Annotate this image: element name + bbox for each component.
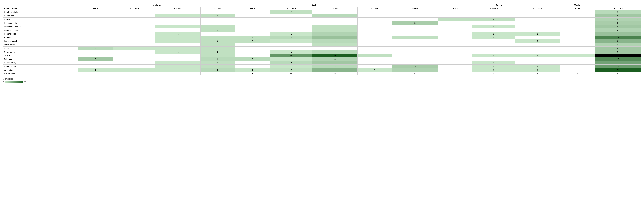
table-row: Pulmonary6331416 — [3, 57, 641, 61]
grand-total-cell: 5 — [235, 72, 270, 75]
data-cell — [78, 39, 113, 43]
data-cell: 5 — [392, 64, 438, 68]
health-system-sub-header: Health system — [3, 7, 78, 10]
ocular-group-header: Ocular — [560, 3, 595, 7]
data-cell — [270, 17, 312, 21]
data-cell — [235, 17, 270, 21]
data-cell: 3 — [270, 35, 312, 39]
data-cell: 1 — [156, 46, 200, 50]
data-cell: 1 — [560, 54, 595, 57]
data-cell — [113, 10, 155, 14]
data-cell: 2 — [200, 25, 235, 28]
legend-gradient — [5, 81, 23, 83]
data-cell — [472, 21, 515, 25]
data-cell: 23 — [312, 54, 358, 57]
data-cell — [113, 14, 155, 17]
data-cell: 6 — [312, 61, 358, 64]
grand-total-cell: 1 — [560, 72, 595, 75]
grand-total-label: Grand Total — [3, 72, 78, 75]
data-cell: 1 — [472, 68, 515, 72]
data-cell: 2 — [392, 35, 438, 39]
table-row: Cardiovascular1236 — [3, 14, 641, 17]
data-cell — [438, 46, 472, 50]
data-cell — [438, 25, 472, 28]
data-cell — [515, 46, 560, 50]
data-cell: 3 — [270, 61, 312, 64]
grand-total-cell: 2 — [358, 72, 392, 75]
row-label-cell: Cardiometabolic — [3, 10, 78, 14]
data-cell — [156, 57, 200, 61]
data-cell — [312, 17, 358, 21]
data-cell: 43 — [595, 54, 641, 57]
data-cell — [235, 28, 270, 32]
inh-acute-header: Acute — [78, 7, 113, 10]
table-row: Nasal31126 — [3, 46, 641, 50]
data-cell: 6 — [595, 25, 641, 28]
group-header-row: Inhalation Oral Dermal Ocular — [3, 3, 641, 7]
row-label-cell: Ocular — [3, 54, 78, 57]
data-cell — [270, 28, 312, 32]
data-cell — [358, 32, 392, 35]
data-cell: 6 — [595, 50, 641, 54]
data-cell — [358, 17, 392, 21]
data-cell: 1 — [515, 32, 560, 35]
data-cell — [200, 10, 235, 14]
data-cell: 1 — [156, 68, 200, 72]
data-cell: 9 — [312, 68, 358, 72]
data-cell — [560, 43, 595, 46]
data-cell: 4 — [312, 57, 358, 61]
data-cell — [78, 64, 113, 68]
data-cell — [78, 35, 113, 39]
data-cell: 2 — [200, 61, 235, 64]
data-cell — [156, 43, 200, 46]
data-cell — [472, 46, 515, 50]
data-cell — [560, 21, 595, 25]
data-cell: 5 — [595, 21, 641, 25]
grand-total-header: Grand Total — [595, 7, 641, 10]
data-cell: 1 — [156, 39, 200, 43]
data-cell — [78, 25, 113, 28]
row-label-cell: Whole body — [3, 68, 78, 72]
data-cell: 1 — [472, 35, 515, 39]
data-cell: 1 — [270, 39, 312, 43]
data-cell — [113, 17, 155, 21]
data-cell: 1 — [156, 14, 200, 17]
data-cell — [113, 64, 155, 68]
data-cell — [358, 21, 392, 25]
data-cell: 3 — [200, 68, 235, 72]
row-label-cell: Cardiovascular — [3, 14, 78, 17]
data-cell: 3 — [200, 57, 235, 61]
data-cell — [312, 21, 358, 25]
dermal-acute-header: Acute — [438, 7, 472, 10]
grand-total-cell: 9 — [78, 72, 113, 75]
row-label-cell: Musculoskeletal — [3, 43, 78, 46]
table-row: Cardiometabolic23 — [3, 10, 641, 14]
data-cell — [270, 46, 312, 50]
data-cell — [358, 14, 392, 17]
data-cell — [438, 61, 472, 64]
data-cell — [113, 39, 155, 43]
data-cell: 2 — [235, 35, 270, 39]
data-cell — [235, 10, 270, 14]
data-cell — [392, 43, 438, 46]
health-system-group-header — [3, 3, 78, 7]
oral-group-header: Oral — [235, 3, 392, 7]
data-cell — [560, 14, 595, 17]
grand-total-group-header — [595, 3, 641, 7]
data-cell — [560, 46, 595, 50]
row-label-cell: Endocrine/Exocrine — [3, 25, 78, 28]
data-cell: 3 — [312, 50, 358, 54]
data-cell — [235, 50, 270, 54]
data-cell — [156, 17, 200, 21]
data-cell — [515, 14, 560, 17]
data-cell — [392, 46, 438, 50]
data-cell: 17 — [595, 35, 641, 39]
grand-total-cell: 3 — [472, 72, 515, 75]
inh-chronic-header: Chronic — [200, 7, 235, 10]
dermal-subchronic-header: Subchronic — [515, 7, 560, 10]
row-label-cell: Developmental — [3, 21, 78, 25]
data-cell: 2 — [200, 64, 235, 68]
data-cell: 1 — [156, 25, 200, 28]
table-row: Immunological1221319 — [3, 39, 641, 43]
data-cell — [235, 46, 270, 50]
